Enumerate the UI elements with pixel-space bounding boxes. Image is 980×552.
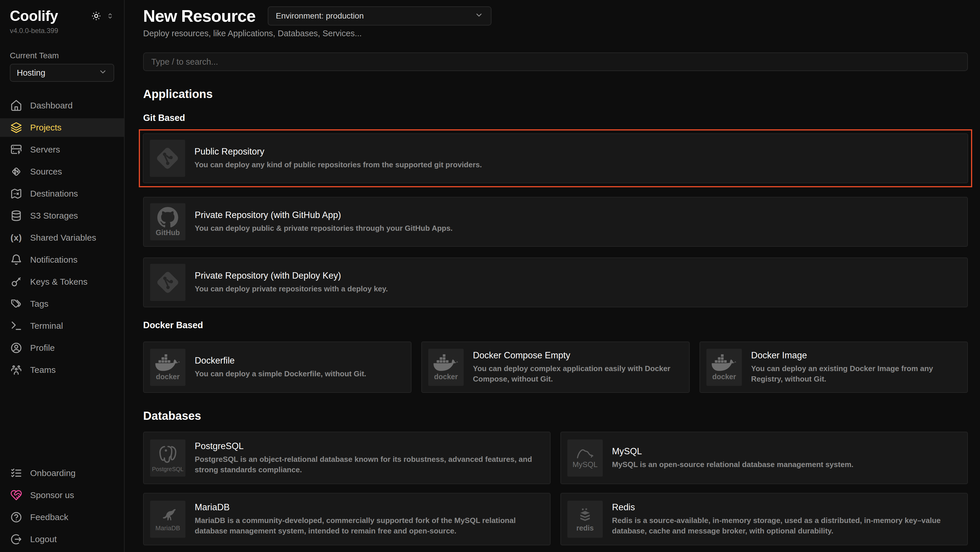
- sidebar-item-onboarding[interactable]: Onboarding: [0, 464, 124, 482]
- sidebar-item-terminal[interactable]: Terminal: [0, 317, 124, 335]
- card-description: You can deploy public & private reposito…: [195, 223, 453, 233]
- resource-card-mysql[interactable]: MySQL MySQL MySQL is an open-source rela…: [560, 432, 968, 484]
- theme-toggle-sun-icon[interactable]: [91, 11, 102, 21]
- sidebar-nav: Dashboard Projects Servers Sources: [0, 96, 124, 379]
- sidebar-item-label: Sources: [30, 167, 62, 177]
- mysql-icon: MySQL: [567, 440, 603, 477]
- chevrons-up-down-icon[interactable]: [106, 12, 114, 20]
- sidebar-item-dashboard[interactable]: Dashboard: [0, 96, 124, 115]
- sidebar-item-feedback[interactable]: Feedback: [0, 508, 124, 526]
- page-subtitle: Deploy resources, like Applications, Dat…: [143, 29, 968, 38]
- card-description: MySQL is an open-source relational datab…: [612, 459, 853, 470]
- user-circle-icon: [10, 342, 22, 354]
- app-window: Coolify v4.0.0-beta.399: [0, 0, 980, 552]
- environment-select-value: Environment: production: [276, 11, 364, 21]
- layers-icon: [10, 121, 22, 134]
- sidebar-item-tags[interactable]: Tags: [0, 295, 124, 313]
- sidebar-item-label: Teams: [30, 365, 56, 375]
- tags-icon: [10, 298, 22, 310]
- github-icon: GitHub: [150, 203, 185, 240]
- sidebar-item-label: Sponsor us: [30, 490, 74, 500]
- sidebar-item-sponsor-us[interactable]: Sponsor us: [0, 486, 124, 504]
- card-title: Private Repository (with Deploy Key): [195, 271, 388, 281]
- sidebar-item-destinations[interactable]: Destinations: [0, 184, 124, 203]
- card-description: MariaDB is a community-developed, commer…: [195, 515, 544, 536]
- sidebar-item-shared-variables[interactable]: (x) Shared Variables: [0, 228, 124, 247]
- database-cards-grid: PostgreSQL PostgreSQL PostgreSQL is an o…: [143, 432, 968, 545]
- sidebar-footer-nav: Onboarding Sponsor us Feedback Logout: [0, 464, 124, 549]
- resource-card-redis[interactable]: redis Redis Redis is a source-available,…: [560, 493, 968, 545]
- sidebar-item-teams[interactable]: Teams: [0, 361, 124, 379]
- sidebar-item-projects[interactable]: Projects: [0, 118, 124, 137]
- git-based-heading: Git Based: [143, 113, 968, 123]
- environment-select[interactable]: Environment: production: [268, 6, 492, 26]
- redis-icon: redis: [567, 501, 603, 538]
- card-description: You can deploy private repositories with…: [195, 284, 388, 294]
- sidebar-item-s3-storages[interactable]: S3 Storages: [0, 206, 124, 225]
- list-checks-icon: [10, 467, 22, 479]
- docker-logo-caption: docker: [156, 373, 180, 380]
- redis-logo-caption: redis: [576, 524, 594, 532]
- users-icon: [10, 364, 22, 376]
- team-select[interactable]: Hosting: [10, 64, 114, 82]
- sidebar: Coolify v4.0.0-beta.399: [0, 0, 125, 552]
- sidebar-item-label: Profile: [30, 343, 55, 353]
- mariadb-icon: MariaDB: [150, 501, 185, 538]
- docker-logo-caption: docker: [712, 373, 736, 380]
- key-icon: [10, 276, 22, 288]
- sidebar-item-sources[interactable]: Sources: [0, 162, 124, 181]
- resource-card-postgresql[interactable]: PostgreSQL PostgreSQL PostgreSQL is an o…: [143, 432, 550, 484]
- chevron-down-icon: [475, 11, 483, 21]
- card-title: Private Repository (with GitHub App): [195, 210, 453, 220]
- git-branch-icon: [10, 166, 22, 178]
- docker-icon: docker: [150, 349, 185, 386]
- card-description: You can deploy a simple Dockerfile, with…: [195, 369, 366, 379]
- home-icon: [10, 99, 22, 112]
- sidebar-header: Coolify v4.0.0-beta.399: [0, 8, 124, 82]
- card-title: PostgreSQL: [195, 441, 544, 451]
- card-description: Redis is a source-available, in-memory s…: [612, 515, 961, 536]
- card-description: You can deploy any kind of public reposi…: [194, 160, 482, 170]
- sidebar-item-notifications[interactable]: Notifications: [0, 250, 124, 269]
- resource-card-dockerfile[interactable]: docker Dockerfile You can deploy a simpl…: [143, 341, 412, 393]
- chevron-down-icon: [99, 67, 107, 78]
- sidebar-item-label: Feedback: [30, 512, 68, 522]
- git-icon: [150, 264, 185, 301]
- card-title: Dockerfile: [195, 356, 366, 366]
- logout-icon: [10, 533, 22, 545]
- resource-card-docker-compose-empty[interactable]: docker Docker Compose Empty You can depl…: [421, 341, 690, 393]
- sidebar-item-profile[interactable]: Profile: [0, 338, 124, 357]
- resource-card-private-github-app[interactable]: GitHub Private Repository (with GitHub A…: [143, 197, 968, 247]
- resource-card-docker-image[interactable]: docker Docker Image You can deploy an ex…: [700, 341, 968, 393]
- sidebar-item-label: S3 Storages: [30, 211, 78, 221]
- databases-heading: Databases: [143, 409, 968, 422]
- applications-heading: Applications: [143, 88, 968, 100]
- search-input[interactable]: [143, 53, 968, 71]
- sidebar-item-label: Keys & Tokens: [30, 277, 88, 287]
- database-icon: [10, 210, 22, 222]
- resource-card-public-repository[interactable]: Public Repository You can deploy any kin…: [143, 133, 968, 183]
- sidebar-item-label: Notifications: [30, 255, 77, 265]
- card-title: Redis: [612, 502, 961, 512]
- sidebar-item-servers[interactable]: Servers: [0, 140, 124, 159]
- resource-card-mariadb[interactable]: MariaDB MariaDB MariaDB is a community-d…: [143, 493, 550, 545]
- sidebar-item-label: Dashboard: [30, 101, 73, 110]
- sidebar-item-label: Projects: [30, 123, 61, 132]
- team-select-value: Hosting: [17, 68, 45, 78]
- resource-card-private-deploy-key[interactable]: Private Repository (with Deploy Key) You…: [143, 257, 968, 307]
- sidebar-item-label: Logout: [30, 534, 57, 544]
- server-icon: [10, 144, 22, 156]
- mariadb-logo-caption: MariaDB: [155, 525, 180, 531]
- sidebar-item-logout[interactable]: Logout: [0, 530, 124, 549]
- app-logo[interactable]: Coolify: [10, 8, 58, 24]
- card-title: Docker Image: [751, 350, 961, 361]
- card-description: PostgreSQL is an object-relational datab…: [195, 454, 544, 475]
- git-icon: [150, 140, 185, 177]
- terminal-icon: [10, 320, 22, 332]
- docker-based-heading: Docker Based: [143, 320, 968, 330]
- sidebar-item-keys-tokens[interactable]: Keys & Tokens: [0, 273, 124, 291]
- card-description: You can deploy an existing Docker Image …: [751, 364, 961, 384]
- sidebar-item-label: Destinations: [30, 189, 78, 199]
- postgresql-logo-caption: PostgreSQL: [152, 466, 184, 472]
- highlight-border: Public Repository You can deploy any kin…: [139, 129, 972, 187]
